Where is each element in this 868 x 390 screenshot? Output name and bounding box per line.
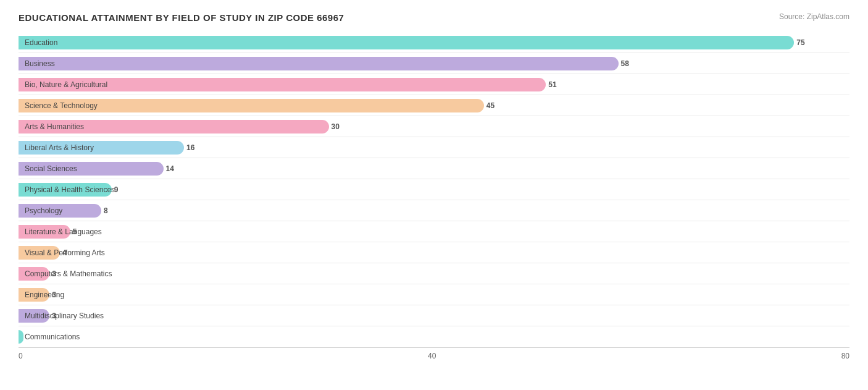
- bar-bg: [19, 36, 794, 49]
- bar-row: Business58: [19, 53, 849, 74]
- bar-container: Social Sciences14: [19, 162, 849, 176]
- bar-category-label: Arts & Humanities: [21, 122, 88, 131]
- bar-value-label: 58: [621, 59, 629, 68]
- bar-row: Visual & Performing Arts4: [19, 242, 849, 263]
- bar-container: Literature & Languages5: [19, 225, 849, 239]
- bar-container: Visual & Performing Arts4: [19, 246, 849, 260]
- bar-value-label: 75: [796, 38, 804, 47]
- bar-category-label: Communications: [21, 333, 83, 341]
- x-axis: 04080: [19, 347, 849, 360]
- bar-row: Psychology8: [19, 200, 849, 221]
- bar-container: Science & Technology45: [19, 99, 849, 112]
- bar-category-label: Business: [21, 59, 59, 68]
- bar-container: Multidisciplinary Studies3: [19, 309, 849, 323]
- x-axis-label: 40: [428, 352, 436, 360]
- bar-row: Engineering3: [19, 284, 849, 305]
- bar-category-label: Computers & Mathematics: [21, 269, 115, 278]
- bar-category-label: Multidisciplinary Studies: [21, 312, 107, 320]
- bar-container: Business58: [19, 57, 849, 70]
- bar-value-label: 3: [52, 269, 56, 278]
- bar-category-label: Literature & Languages: [21, 227, 106, 236]
- bar-row: Science & Technology45: [19, 95, 849, 116]
- bar-row: Education75: [19, 32, 849, 53]
- bar-row: Literature & Languages5: [19, 221, 849, 242]
- bar-container: Arts & Humanities30: [19, 120, 849, 134]
- chart-title: EDUCATIONAL ATTAINMENT BY FIELD OF STUDY…: [19, 12, 344, 23]
- bar-row: Communications: [19, 326, 849, 347]
- bar-value-label: 45: [486, 101, 495, 110]
- bar-row: Social Sciences14: [19, 158, 849, 179]
- bar-value-label: 8: [104, 206, 108, 215]
- bar-value-label: 30: [332, 122, 340, 131]
- bar-row: Bio, Nature & Agricultural51: [19, 74, 849, 95]
- bar-bg: [19, 57, 619, 70]
- chart-wrapper: Education75Business58Bio, Nature & Agric…: [19, 32, 849, 360]
- bar-value-label: 9: [114, 185, 119, 194]
- bar-container: Engineering3: [19, 288, 849, 302]
- bar-row: Multidisciplinary Studies3: [19, 305, 849, 326]
- bar-container: Communications: [19, 330, 849, 344]
- bar-value-label: 3: [52, 290, 56, 299]
- bar-value-label: 16: [186, 143, 194, 152]
- bar-category-label: Bio, Nature & Agricultural: [21, 80, 111, 89]
- bar-row: Physical & Health Sciences9: [19, 179, 849, 200]
- bar-category-label: Social Sciences: [21, 164, 81, 173]
- bar-container: Computers & Mathematics3: [19, 267, 849, 281]
- bar-category-label: Physical & Health Sciences: [21, 185, 119, 194]
- source-label: Source: ZipAtlas.com: [779, 12, 849, 21]
- bar-category-label: Liberal Arts & History: [21, 143, 98, 152]
- bar-value-label: 4: [62, 248, 67, 257]
- x-axis-label: 80: [841, 352, 849, 360]
- bar-container: Physical & Health Sciences9: [19, 183, 849, 197]
- bar-container: Liberal Arts & History16: [19, 141, 849, 155]
- bar-category-label: Engineering: [21, 290, 68, 299]
- bar-value-label: 5: [73, 227, 77, 236]
- bar-category-label: Education: [21, 38, 61, 47]
- bar-category-label: Psychology: [21, 206, 66, 215]
- bars-section: Education75Business58Bio, Nature & Agric…: [19, 32, 849, 347]
- page-container: EDUCATIONAL ATTAINMENT BY FIELD OF STUDY…: [19, 12, 849, 360]
- bar-container: Education75: [19, 36, 849, 49]
- bar-row: Computers & Mathematics3: [19, 263, 849, 284]
- x-axis-label: 0: [19, 352, 23, 360]
- bar-value-label: 14: [166, 164, 174, 173]
- bar-row: Liberal Arts & History16: [19, 137, 849, 158]
- bar-row: Arts & Humanities30: [19, 116, 849, 137]
- bar-value-label: 51: [548, 80, 556, 89]
- bar-container: Bio, Nature & Agricultural51: [19, 78, 849, 91]
- bar-container: Psychology8: [19, 204, 849, 218]
- bar-category-label: Science & Technology: [21, 101, 101, 110]
- bar-value-label: 3: [52, 312, 56, 320]
